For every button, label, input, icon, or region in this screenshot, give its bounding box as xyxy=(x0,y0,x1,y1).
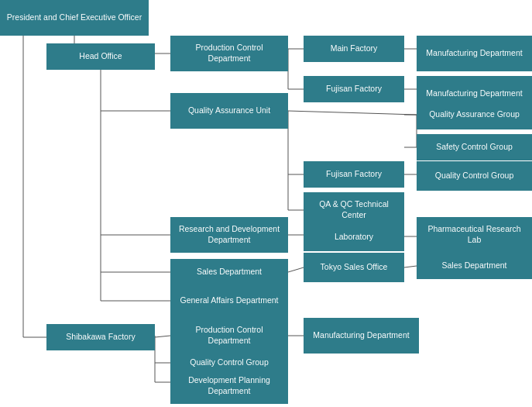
org-chart: President and Chief Executive OfficerHea… xyxy=(0,0,532,407)
qa-group-box: Quality Assurance Group xyxy=(417,100,532,129)
sales-dept2-box: Sales Department xyxy=(417,253,532,279)
svg-line-26 xyxy=(404,266,417,267)
safety-ctrl-box: Safety Control Group xyxy=(417,134,532,160)
fujisan-factory2-box: Fujisan Factory xyxy=(304,161,404,188)
sales-dept-main-box: Sales Department xyxy=(170,259,288,285)
pharma-lab-box: Pharmaceutical Research Lab xyxy=(417,217,532,253)
prod-ctrl-dept-box: Production Control Department xyxy=(170,36,288,71)
dev-planning-box: Development Planning Department xyxy=(170,368,288,404)
rd-dept-box: Research and Development Department xyxy=(170,217,288,253)
fujisan-factory1-box: Fujisan Factory xyxy=(304,76,404,102)
shibakawa-box: Shibakawa Factory xyxy=(46,324,155,350)
svg-line-27 xyxy=(155,336,170,337)
gen-affairs-box: General Affairs Department xyxy=(170,283,288,319)
ceo-box: President and Chief Executive Officer xyxy=(0,0,149,36)
tokyo-sales-box: Tokyo Sales Office xyxy=(304,253,404,282)
laboratory-box: Laboratory xyxy=(304,222,404,251)
main-factory-box: Main Factory xyxy=(304,36,404,62)
mfg-dept3-box: Manufacturing Department xyxy=(304,318,419,354)
svg-line-14 xyxy=(288,111,417,115)
svg-line-25 xyxy=(288,267,304,272)
head-office-box: Head Office xyxy=(46,43,155,70)
qc-group1-box: Quality Control Group xyxy=(417,161,532,191)
mfg-dept1-box: Manufacturing Department xyxy=(417,36,532,71)
qa-unit-box: Quality Assurance Unit xyxy=(170,93,288,129)
